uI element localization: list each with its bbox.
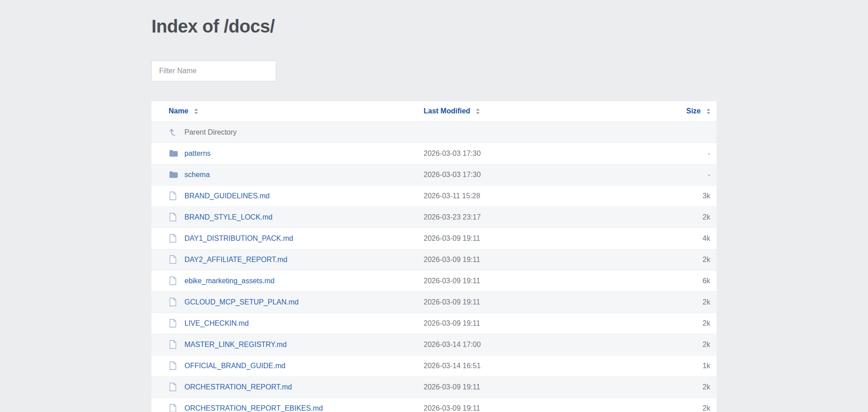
column-header-last-modified[interactable]: Last Modified bbox=[424, 101, 636, 122]
file-icon bbox=[169, 361, 179, 370]
modified-date: 2026-03-09 19:11 bbox=[424, 249, 636, 270]
file-link[interactable]: ORCHESTRATION_REPORT_EBIKES.md bbox=[184, 404, 323, 412]
column-header-last-modified-label: Last Modified bbox=[424, 107, 470, 115]
file-size: 2k bbox=[636, 313, 717, 334]
parent-directory-row[interactable]: Parent Directory bbox=[151, 122, 717, 143]
file-size: 4k bbox=[636, 228, 717, 249]
table-row: GCLOUD_MCP_SETUP_PLAN.md 2026-03-09 19:1… bbox=[151, 291, 717, 313]
table-row: schema 2026-03-03 17:30 - bbox=[151, 164, 717, 185]
table-row: OFFICIAL_BRAND_GUIDE.md 2026-03-14 16:51… bbox=[151, 355, 717, 376]
sort-icon bbox=[707, 108, 710, 114]
directory-index-page: Index of /docs/ Name bbox=[0, 0, 868, 412]
file-size: 2k bbox=[636, 334, 717, 355]
file-link[interactable]: OFFICIAL_BRAND_GUIDE.md bbox=[184, 362, 285, 370]
file-size: 2k bbox=[636, 398, 717, 412]
file-icon bbox=[169, 297, 179, 307]
sort-icon bbox=[194, 108, 198, 114]
column-header-name[interactable]: Name bbox=[151, 101, 424, 122]
parent-directory-label: Parent Directory bbox=[184, 128, 237, 136]
file-size: 3k bbox=[636, 185, 717, 206]
table-row: LIVE_CHECKIN.md 2026-03-09 19:11 2k bbox=[151, 313, 717, 334]
modified-date: 2026-03-09 19:11 bbox=[424, 270, 636, 291]
filter-name-input[interactable] bbox=[151, 61, 276, 81]
modified-date: 2026-03-09 19:11 bbox=[424, 398, 636, 412]
modified-date: 2026-03-09 19:11 bbox=[424, 291, 636, 313]
file-list: Parent Directory bbox=[151, 122, 717, 412]
file-icon bbox=[169, 340, 179, 349]
file-link[interactable]: schema bbox=[184, 171, 210, 179]
file-link[interactable]: ebike_marketing_assets.md bbox=[184, 277, 274, 285]
modified-date: 2026-03-23 23:17 bbox=[424, 206, 636, 228]
table-row: ORCHESTRATION_REPORT.md 2026-03-09 19:11… bbox=[151, 376, 717, 398]
file-icon bbox=[169, 234, 179, 243]
file-link[interactable]: ORCHESTRATION_REPORT.md bbox=[184, 383, 292, 391]
modified-date: 2026-03-09 19:11 bbox=[424, 313, 636, 334]
file-link[interactable]: MASTER_LINK_REGISTRY.md bbox=[184, 341, 287, 349]
filter-row bbox=[151, 61, 717, 81]
modified-date: 2026-03-03 17:30 bbox=[424, 143, 636, 164]
file-size: 6k bbox=[636, 270, 717, 291]
folder-icon bbox=[169, 170, 179, 179]
file-size: 2k bbox=[636, 291, 717, 313]
file-icon bbox=[169, 255, 179, 264]
table-row: ORCHESTRATION_REPORT_EBIKES.md 2026-03-0… bbox=[151, 398, 717, 412]
file-table: Name Last Modified Siz bbox=[151, 101, 717, 412]
table-row: MASTER_LINK_REGISTRY.md 2026-03-14 17:00… bbox=[151, 334, 717, 355]
modified-date: 2026-03-14 16:51 bbox=[424, 355, 636, 376]
folder-icon bbox=[169, 149, 179, 158]
modified-date: 2026-03-11 15:28 bbox=[424, 185, 636, 206]
modified-date: 2026-03-14 17:00 bbox=[424, 334, 636, 355]
file-size bbox=[636, 122, 717, 143]
file-size: 2k bbox=[636, 376, 717, 398]
page-title: Index of /docs/ bbox=[151, 15, 717, 37]
file-icon bbox=[169, 276, 179, 286]
file-link[interactable]: BRAND_GUIDELINES.md bbox=[184, 192, 270, 200]
modified-date: 2026-03-09 19:11 bbox=[424, 376, 636, 398]
table-row: ebike_marketing_assets.md 2026-03-09 19:… bbox=[151, 270, 717, 291]
column-header-name-label: Name bbox=[169, 107, 189, 115]
file-size: - bbox=[636, 164, 717, 185]
file-link[interactable]: DAY1_DISTRIBUTION_PACK.md bbox=[184, 234, 293, 243]
table-row: BRAND_STYLE_LOCK.md 2026-03-23 23:17 2k bbox=[151, 206, 717, 228]
file-link[interactable]: DAY2_AFFILIATE_REPORT.md bbox=[184, 256, 288, 264]
file-size: - bbox=[636, 143, 717, 164]
modified-date bbox=[424, 122, 636, 143]
content-container: Index of /docs/ Name bbox=[151, 0, 717, 412]
file-link[interactable]: GCLOUD_MCP_SETUP_PLAN.md bbox=[184, 298, 299, 306]
file-icon bbox=[169, 191, 179, 201]
file-icon bbox=[169, 212, 179, 222]
file-table-container: Name Last Modified Siz bbox=[151, 101, 717, 412]
file-link[interactable]: patterns bbox=[184, 150, 211, 158]
column-header-size-label: Size bbox=[686, 107, 701, 115]
file-size: 2k bbox=[636, 206, 717, 228]
table-row: DAY1_DISTRIBUTION_PACK.md 2026-03-09 19:… bbox=[151, 228, 717, 249]
level-up-icon bbox=[169, 128, 179, 136]
modified-date: 2026-03-03 17:30 bbox=[424, 164, 636, 185]
file-link[interactable]: BRAND_STYLE_LOCK.md bbox=[184, 213, 273, 221]
file-icon bbox=[169, 403, 179, 412]
column-header-size[interactable]: Size bbox=[636, 101, 717, 122]
file-link[interactable]: LIVE_CHECKIN.md bbox=[184, 319, 249, 328]
file-icon bbox=[169, 318, 179, 328]
file-size: 1k bbox=[636, 355, 717, 376]
table-header-row: Name Last Modified Siz bbox=[151, 101, 717, 122]
file-icon bbox=[169, 382, 179, 392]
file-size: 2k bbox=[636, 249, 717, 270]
sort-icon bbox=[476, 108, 480, 114]
table-row: patterns 2026-03-03 17:30 - bbox=[151, 143, 717, 164]
table-row: DAY2_AFFILIATE_REPORT.md 2026-03-09 19:1… bbox=[151, 249, 717, 270]
modified-date: 2026-03-09 19:11 bbox=[424, 228, 636, 249]
table-row: BRAND_GUIDELINES.md 2026-03-11 15:28 3k bbox=[151, 185, 717, 206]
